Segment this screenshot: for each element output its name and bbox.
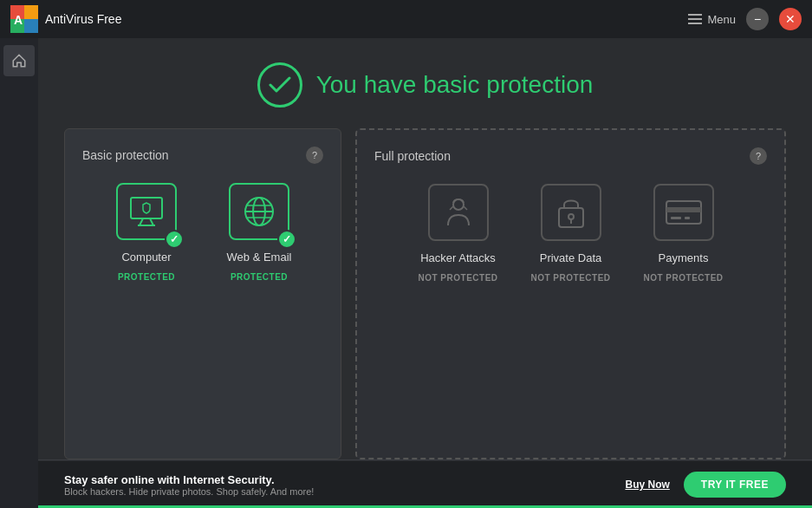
web-email-icon-wrap: ✓ <box>229 181 289 242</box>
full-protection-card: Full protection ? <box>355 128 786 459</box>
footer-title: Stay safer online with Internet Security… <box>64 473 625 486</box>
hacker-attacks-status: NOT PROTECTED <box>418 273 497 283</box>
home-icon <box>11 53 27 68</box>
web-email-item: ✓ Web & Email PROTECTED <box>211 181 307 282</box>
close-button[interactable]: ✕ <box>779 8 802 30</box>
svg-rect-3 <box>24 19 38 33</box>
svg-line-19 <box>464 206 467 210</box>
svg-point-17 <box>453 199 464 210</box>
svg-rect-5 <box>688 14 702 16</box>
svg-rect-8 <box>131 198 162 218</box>
payments-name: Payments <box>659 251 709 264</box>
title-bar-controls: Menu − ✕ <box>688 8 802 30</box>
full-card-items: Hacker Attacks NOT PROTECTED <box>374 182 767 283</box>
menu-button[interactable]: Menu <box>688 13 736 26</box>
computer-item: ✓ Computer PROTECTED <box>99 181 194 282</box>
full-card-header: Full protection ? <box>374 147 767 165</box>
minimize-button[interactable]: − <box>746 8 769 30</box>
buy-now-button[interactable]: Buy Now <box>625 479 669 491</box>
basic-help-button[interactable]: ? <box>306 147 323 164</box>
private-data-icon-wrap <box>541 182 601 243</box>
hacker-attacks-icon-wrap <box>428 182 489 243</box>
svg-text:A: A <box>14 13 23 27</box>
full-help-button[interactable]: ? <box>750 147 767 165</box>
footer-subtitle: Block hackers. Hide private photos. Shop… <box>64 486 625 497</box>
computer-status: PROTECTED <box>118 272 175 282</box>
web-email-status: PROTECTED <box>231 272 288 282</box>
basic-card-title: Basic protection <box>82 148 169 162</box>
main-content: You have basic protection Basic protecti… <box>38 38 812 508</box>
status-title: You have basic protection <box>316 71 594 99</box>
payments-icon-bg <box>653 184 714 241</box>
svg-rect-6 <box>688 18 702 20</box>
hacker-attacks-name: Hacker Attacks <box>420 251 496 264</box>
svg-rect-1 <box>24 5 38 19</box>
private-data-item: Private Data NOT PROTECTED <box>523 182 619 283</box>
private-data-status: NOT PROTECTED <box>530 273 610 283</box>
private-data-name: Private Data <box>540 251 602 264</box>
svg-line-10 <box>150 218 153 225</box>
try-free-button[interactable]: TRY IT FREE <box>684 472 786 498</box>
status-header: You have basic protection <box>38 38 812 128</box>
sidebar-home-button[interactable] <box>3 45 35 76</box>
cards-area: Basic protection ? <box>38 128 812 459</box>
hacker-attacks-item: Hacker Attacks NOT PROTECTED <box>411 182 506 283</box>
hamburger-icon <box>688 14 702 24</box>
svg-line-9 <box>140 218 143 225</box>
lock-icon <box>554 192 588 232</box>
svg-point-21 <box>568 214 574 219</box>
footer-actions: Buy Now TRY IT FREE <box>625 472 786 498</box>
basic-card-header: Basic protection ? <box>82 147 323 164</box>
app-name: AntiVirus Free <box>45 12 121 26</box>
payments-icon-wrap <box>653 182 714 243</box>
svg-rect-7 <box>688 23 702 24</box>
private-data-icon-bg <box>541 184 601 241</box>
globe-icon <box>240 192 278 231</box>
web-email-name: Web & Email <box>227 251 292 264</box>
computer-icon-wrap: ✓ <box>116 181 177 242</box>
hacker-attacks-icon-bg <box>428 184 489 241</box>
payments-status: NOT PROTECTED <box>643 273 723 283</box>
sidebar <box>0 38 38 508</box>
checkmark-icon <box>269 76 291 94</box>
computer-protected-badge: ✓ <box>165 230 184 249</box>
hacker-icon <box>439 192 477 232</box>
computer-icon <box>127 194 166 229</box>
footer-banner: Stay safer online with Internet Security… <box>38 461 812 508</box>
basic-card-items: ✓ Computer PROTECTED <box>82 181 323 282</box>
full-card-title: Full protection <box>374 149 451 163</box>
avg-logo-icon: A <box>10 5 38 33</box>
svg-line-18 <box>450 206 453 210</box>
app-logo: A AntiVirus Free <box>10 5 121 33</box>
svg-rect-20 <box>559 208 583 227</box>
footer-text: Stay safer online with Internet Security… <box>64 473 625 497</box>
basic-protection-card: Basic protection ? <box>64 128 341 459</box>
web-email-protected-badge: ✓ <box>277 230 296 249</box>
svg-rect-25 <box>671 217 681 219</box>
check-circle-icon <box>257 62 302 107</box>
credit-card-icon <box>664 197 704 228</box>
svg-rect-26 <box>685 217 690 219</box>
payments-item: Payments NOT PROTECTED <box>636 182 731 283</box>
svg-rect-24 <box>666 207 701 212</box>
computer-name: Computer <box>121 251 171 264</box>
title-bar: A AntiVirus Free Menu − ✕ <box>0 0 812 38</box>
